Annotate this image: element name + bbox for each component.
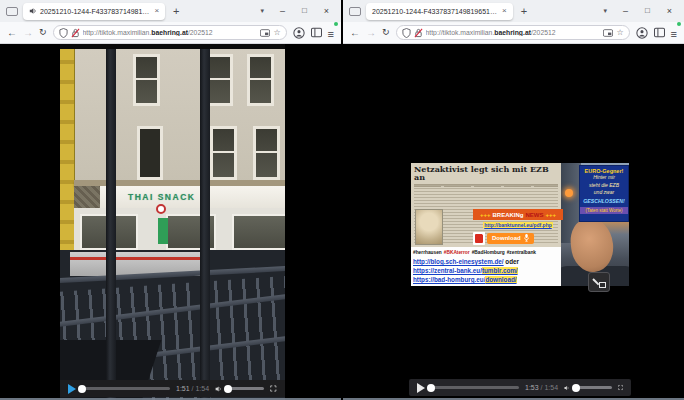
fullscreen-icon[interactable] [270, 384, 277, 393]
new-tab-button[interactable]: + [518, 6, 530, 17]
volume-thumb[interactable] [572, 384, 580, 392]
green-sign [158, 218, 168, 244]
new-tab-button[interactable]: + [170, 6, 182, 17]
minimize-button[interactable]: – [617, 7, 634, 16]
url-text: http://tiktok.maximilian.baehring.at/202… [83, 29, 258, 36]
scaffold-pole [200, 44, 210, 400]
bookmark-star-icon[interactable]: ☆ [616, 29, 623, 37]
app-menu-button[interactable]: ≡ [671, 24, 677, 42]
crane [60, 44, 75, 258]
link-line: https://zentral-bank.eu/tumblr.com/ [413, 267, 559, 276]
back-button[interactable]: ← [350, 28, 360, 38]
firefox-view-icon[interactable] [349, 7, 361, 16]
volume-thumb[interactable] [224, 385, 232, 393]
link[interactable]: tumblr.com/ [482, 267, 518, 274]
play-button[interactable] [68, 384, 76, 394]
volume-icon[interactable] [215, 384, 222, 394]
tab-bar: 20251210-1244-F4337837149819651… × + ▾ –… [343, 0, 684, 22]
progress-bar[interactable] [431, 386, 519, 389]
link[interactable]: https://zentral-bank.eu/ [413, 267, 482, 274]
caption-box: EURO-Gegner! Hinter mir steht die EZB un… [579, 165, 629, 222]
sidebar-icon[interactable] [311, 27, 322, 38]
tab-audio-icon[interactable] [29, 7, 37, 15]
caption-line: GESCHLOSSEN! [580, 197, 628, 205]
links-box: http://blog.sch-einesystem.de/ oder http… [411, 257, 561, 286]
maximize-button[interactable]: □ [639, 7, 656, 15]
link[interactable]: download/ [485, 276, 516, 283]
forward-button[interactable]: → [23, 28, 33, 38]
insecure-lock-icon[interactable] [414, 28, 423, 38]
tab-title: 20251210-1244-F433783714981… [40, 8, 149, 15]
browser-window-right: 20251210-1244-F4337837149819651… × + ▾ –… [343, 0, 684, 400]
crane-light [565, 189, 573, 197]
page-action-icon[interactable] [260, 29, 270, 37]
volume-slider[interactable] [228, 387, 264, 390]
active-tab[interactable]: 20251210-1244-F433783714981… × [23, 3, 165, 20]
page-content: THAI SNACK [0, 44, 341, 400]
app-menu-button[interactable]: ≡ [328, 24, 334, 42]
reload-button[interactable]: ↻ [382, 28, 390, 37]
volume-icon[interactable] [564, 383, 570, 393]
building-window [210, 126, 237, 180]
traffic-sign [156, 204, 166, 214]
maximize-button[interactable]: □ [296, 7, 313, 15]
building-window [247, 54, 274, 106]
building-window [253, 126, 280, 180]
account-icon[interactable] [293, 27, 305, 39]
fullscreen-icon[interactable] [618, 383, 623, 392]
link-line: https://bad-homburg.eu/download/ [413, 276, 559, 285]
address-bar[interactable]: http://tiktok.maximilian.baehring.at/202… [396, 25, 630, 40]
tracking-shield-icon[interactable] [402, 28, 411, 38]
back-button[interactable]: ← [7, 28, 17, 38]
download-button[interactable]: Download [487, 233, 534, 244]
firefox-view-icon[interactable] [6, 7, 18, 16]
video-controls: 1:53 / 1:54 [409, 379, 631, 396]
tab-close-icon[interactable]: × [154, 7, 159, 15]
navigation-toolbar: ← → ↻ http://tiktok.maximilian.baehring.… [0, 22, 341, 44]
tab-close-icon[interactable]: × [502, 7, 507, 15]
banner-link[interactable]: http://banktunnel.eu/pdf.php [483, 222, 553, 228]
video-player-right[interactable]: Netzaktivist legt sich mit EZB an EURO-G… [411, 163, 629, 286]
close-button[interactable]: × [318, 7, 335, 16]
reload-button[interactable]: ↻ [39, 28, 47, 37]
pip-square-icon [599, 282, 606, 288]
shop-window [232, 214, 285, 250]
navigation-toolbar: ← → ↻ http://tiktok.maximilian.baehring.… [343, 22, 684, 44]
tab-list-chevron-icon[interactable]: ▾ [598, 7, 612, 15]
volume-slider[interactable] [576, 386, 612, 389]
account-icon[interactable] [636, 27, 648, 39]
video-player-left[interactable]: THAI SNACK [60, 44, 285, 400]
time-display: 1:53 / 1:54 [525, 384, 558, 391]
link[interactable]: https://bad-homburg.eu/ [413, 276, 485, 283]
address-bar[interactable]: http://tiktok.maximilian.baehring.at/202… [53, 25, 287, 40]
active-tab[interactable]: 20251210-1244-F4337837149819651… × [366, 3, 513, 20]
link[interactable]: http://blog.sch-einesystem.de/ [413, 258, 504, 265]
building-window [137, 126, 163, 180]
progress-thumb[interactable] [78, 385, 86, 393]
caption-line: und zwar [580, 189, 628, 197]
tracking-shield-icon[interactable] [59, 28, 68, 38]
banner-link-row: http://banktunnel.eu/pdf.php [473, 220, 563, 230]
minimize-button[interactable]: – [274, 7, 291, 16]
browser-window-left: 20251210-1244-F433783714981… × + ▾ – □ ×… [0, 0, 341, 400]
insecure-lock-icon[interactable] [71, 28, 80, 38]
caption-footer: (Taten statt Worte) [580, 207, 628, 214]
newspaper-portrait [415, 209, 443, 245]
microphone-icon [524, 234, 529, 242]
picture-in-picture-button[interactable] [588, 272, 610, 292]
vehicle-red-stripe [70, 257, 202, 260]
page-action-icon[interactable] [603, 29, 613, 37]
hashtag: #zentralbank [507, 250, 536, 255]
progress-bar[interactable] [82, 387, 170, 390]
breaking-news-banner: +++ BREAKINg NEWS +++ [473, 209, 563, 220]
tab-list-chevron-icon[interactable]: ▾ [255, 7, 269, 15]
sidebar-icon[interactable] [654, 27, 665, 38]
close-button[interactable]: × [661, 7, 678, 16]
hashtag: #BadHomburg [472, 250, 505, 255]
play-button[interactable] [417, 383, 425, 393]
bookmark-star-icon[interactable]: ☆ [273, 29, 280, 37]
shop-fascia: THAI SNACK [100, 186, 285, 208]
scaffold-pole [106, 44, 116, 400]
progress-thumb[interactable] [427, 384, 435, 392]
forward-button[interactable]: → [366, 28, 376, 38]
